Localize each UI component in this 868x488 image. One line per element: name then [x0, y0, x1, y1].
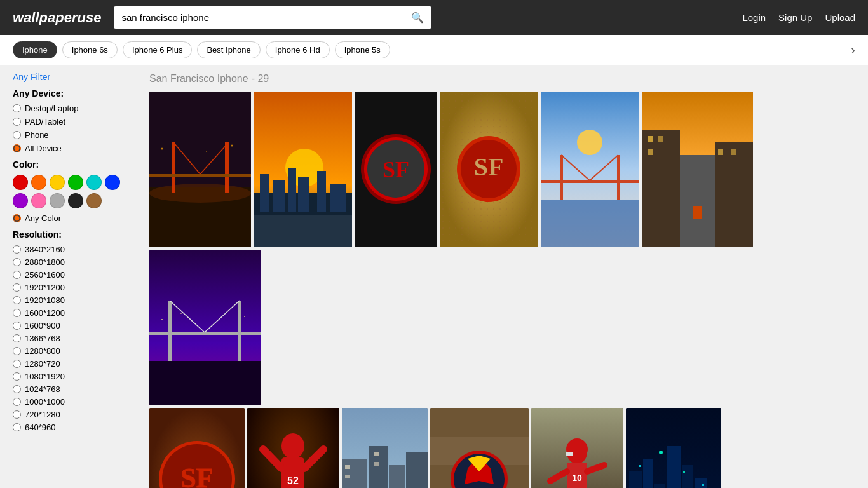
color-black[interactable]	[68, 193, 83, 208]
res-1280x720[interactable]: 1280*720	[13, 359, 140, 369]
upload-link[interactable]: Upload	[825, 12, 855, 23]
any-color-option[interactable]: Any Color	[13, 214, 140, 223]
tag-iphone6s[interactable]: Iphone 6s	[62, 41, 118, 58]
svg-rect-39	[541, 180, 639, 183]
device-pad[interactable]: PAD/Tablet	[13, 117, 140, 126]
color-label: Color:	[13, 159, 140, 170]
svg-rect-47	[648, 149, 653, 155]
color-purple[interactable]	[13, 193, 28, 208]
svg-point-10	[206, 151, 207, 152]
res-1920x1080[interactable]: 1920*1080	[13, 295, 140, 305]
wallpaper-3[interactable]: SF	[355, 92, 437, 247]
res-1600x900[interactable]: 1600*900	[13, 321, 140, 330]
color-blue[interactable]	[105, 175, 120, 190]
color-section: Color: Any Color	[13, 159, 140, 223]
wallpaper-1[interactable]	[149, 92, 251, 247]
svg-rect-80	[345, 475, 350, 478]
color-teal[interactable]	[86, 175, 102, 190]
device-desktop[interactable]: Destop/Laptop	[13, 104, 140, 113]
svg-rect-36	[617, 155, 620, 200]
svg-rect-117	[683, 471, 685, 473]
res-868x488[interactable]: 868*488	[13, 334, 140, 343]
svg-rect-20	[254, 215, 352, 247]
res-2880[interactable]: 2880*1800	[13, 257, 140, 267]
device-all[interactable]: All Device	[13, 144, 140, 153]
svg-rect-19	[330, 184, 346, 212]
svg-rect-118	[702, 484, 704, 486]
res-640x960[interactable]: 640*960	[13, 423, 140, 432]
tag-iphone6plus[interactable]: Iphone 6 Plus	[123, 41, 193, 58]
svg-point-67	[281, 433, 304, 459]
svg-rect-43	[642, 130, 680, 247]
res-3840[interactable]: 3840*2160	[13, 245, 140, 254]
svg-point-8	[161, 148, 163, 150]
any-filter[interactable]: Any Filter	[13, 72, 140, 82]
svg-text:10: 10	[572, 473, 582, 483]
svg-rect-79	[345, 465, 350, 469]
header-nav: Login Sign Up Upload	[742, 12, 855, 23]
svg-rect-44	[715, 142, 753, 247]
wallpaper-4[interactable]: SF	[440, 92, 538, 247]
wallpaper-2[interactable]	[254, 92, 352, 247]
res-1024x768[interactable]: 1024*768	[13, 384, 140, 394]
svg-rect-108	[643, 459, 653, 488]
wallpaper-10[interactable]	[342, 408, 428, 488]
color-green[interactable]	[68, 175, 83, 190]
tag-iphone[interactable]: Iphone	[13, 41, 57, 58]
svg-rect-48	[718, 149, 723, 155]
search-input[interactable]	[114, 6, 403, 29]
svg-point-59	[180, 313, 182, 314]
res-1280x800[interactable]: 1280*800	[13, 346, 140, 356]
svg-point-40	[577, 130, 602, 155]
svg-rect-16	[288, 168, 296, 212]
results-count: - 29	[252, 73, 269, 84]
svg-rect-18	[317, 171, 326, 212]
svg-rect-49	[731, 149, 736, 155]
wallpaper-8[interactable]: SF	[149, 408, 245, 488]
svg-rect-45	[648, 136, 653, 142]
signup-link[interactable]: Sign Up	[778, 12, 812, 23]
search-button[interactable]: 🔍	[403, 6, 431, 29]
svg-rect-76	[369, 446, 388, 488]
svg-rect-14	[260, 174, 269, 212]
resolution-section: Resolution: 3840*2160 2880*1800 2560*160…	[13, 229, 140, 432]
svg-rect-116	[639, 465, 641, 467]
sidebar: Any Filter Any Device: Destop/Laptop PAD…	[13, 72, 140, 488]
res-720x1280[interactable]: 720*1280	[13, 410, 140, 419]
search-bar: 🔍	[114, 6, 431, 29]
res-1600x1200[interactable]: 1600*1200	[13, 308, 140, 318]
color-red[interactable]	[13, 175, 28, 190]
color-grid	[13, 175, 140, 208]
logo[interactable]: wallpaperuse	[13, 10, 101, 26]
res-1000x1000[interactable]: 1000*1000	[13, 397, 140, 407]
tag-iphone5s[interactable]: Iphone 5s	[335, 41, 390, 58]
res-1920x1200[interactable]: 1920*1200	[13, 283, 140, 292]
wallpaper-5[interactable]	[541, 92, 639, 247]
next-arrow[interactable]: ›	[851, 43, 855, 57]
wallpaper-11[interactable]: CAPITALS	[430, 408, 529, 488]
tag-iphone6hd[interactable]: Iphone 6 Hd	[266, 41, 330, 58]
login-link[interactable]: Login	[742, 12, 766, 23]
wallpaper-13[interactable]	[626, 408, 721, 488]
color-orange[interactable]	[31, 175, 46, 190]
svg-rect-42	[680, 155, 715, 247]
svg-rect-54	[238, 301, 241, 361]
wallpaper-9[interactable]: 52	[247, 408, 339, 488]
device-phone[interactable]: Phone	[13, 130, 140, 140]
resolution-label: Resolution:	[13, 229, 140, 240]
svg-rect-82	[374, 462, 379, 466]
svg-rect-78	[406, 452, 428, 488]
wallpaper-12[interactable]: 10	[531, 408, 623, 488]
svg-rect-109	[654, 484, 665, 488]
color-brown[interactable]	[86, 193, 102, 208]
color-pink[interactable]	[31, 193, 46, 208]
wallpaper-6[interactable]	[642, 92, 753, 247]
res-2560[interactable]: 2560*1600	[13, 270, 140, 280]
svg-text:52: 52	[287, 475, 299, 486]
color-yellow[interactable]	[50, 175, 65, 190]
tag-bestiphone[interactable]: Best Iphone	[197, 41, 260, 58]
color-gray[interactable]	[50, 193, 65, 208]
any-color-label: Any Color	[25, 214, 61, 223]
wallpaper-7[interactable]	[149, 250, 261, 405]
res-1080x1920[interactable]: 1080*1920	[13, 372, 140, 381]
